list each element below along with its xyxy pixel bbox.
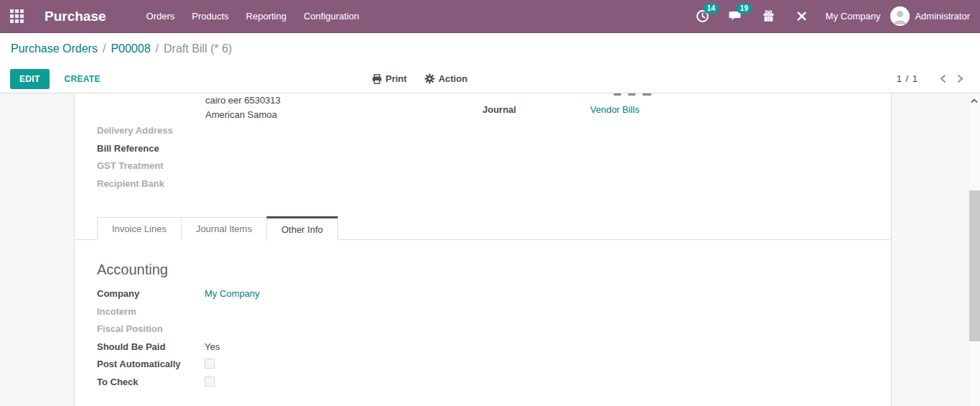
user-name: Administrator [915,11,970,22]
breadcrumb: Purchase Orders / P00008 / Draft Bill (*… [0,33,980,65]
gift-button[interactable] [760,8,778,25]
field-label-incoterm: Incoterm [97,306,205,318]
field-value-should-be-paid: Yes [205,341,220,354]
field-row: GST Treatment [97,160,205,172]
vertical-scrollbar[interactable] [968,93,980,406]
field-row: Incoterm [97,306,205,318]
menu-configuration[interactable]: Configuration [295,6,368,27]
field-value-company[interactable]: My Company [205,288,260,300]
field-row: Bill Reference [97,143,205,155]
pager-previous-button[interactable] [934,70,951,88]
field-label-post-automatically: Post Automatically [97,359,205,371]
field-row: Company My Company [97,288,260,300]
user-menu[interactable]: Administrator [890,6,970,26]
action-label: Action [439,73,467,84]
menu-orders[interactable]: Orders [138,6,184,27]
control-panel: EDIT CREATE Print [0,65,980,93]
field-row: To Check [97,377,215,389]
breadcrumb-separator: / [103,42,106,55]
apps-menu-button[interactable] [0,0,33,33]
tab-invoice-lines[interactable]: Invoice Lines [97,217,182,240]
field-row: Post Automatically [97,359,215,371]
tools-icon [795,9,808,23]
gear-icon [424,73,435,84]
field-label-should-be-paid: Should Be Paid [97,341,205,354]
notebook-tabs: Invoice Lines Journal Items Other Info [97,216,337,240]
field-row: Should Be Paid Yes [97,341,220,354]
message-count-badge: 19 [737,4,752,14]
field-label-to-check: To Check [97,377,205,389]
topbar-systray: 14 19 [686,6,980,26]
field-label-delivery-address: Delivery Address [97,125,205,137]
tab-journal-items[interactable]: Journal Items [181,217,267,240]
field-label-fiscal-position: Fiscal Position [97,323,205,336]
field-row: Recipient Bank [97,178,205,190]
app-title[interactable]: Purchase [45,9,106,24]
checkbox-to-check[interactable] [205,377,215,387]
field-label-bill-reference: Bill Reference [97,143,205,155]
field-label-journal: Journal [482,104,590,116]
field-value-journal[interactable]: Vendor Bills [590,104,640,116]
company-switcher[interactable]: My Company [826,11,881,22]
record-buttons: EDIT CREATE [10,65,105,93]
breadcrumb-separator: / [156,42,159,55]
field-row: Fiscal Position [97,323,205,336]
developer-tools-button[interactable] [793,8,811,25]
field-row: Journal Vendor Bills [482,104,640,116]
menu-products[interactable]: Products [183,6,237,27]
field-label-company: Company [97,288,205,300]
print-label: Print [386,73,407,84]
pager-next-button[interactable] [951,70,969,88]
address-line-country: American Samoa [205,108,281,122]
accounting-section-title: Accounting [97,262,168,278]
gift-icon [762,9,775,23]
pager: 1 / 1 [897,65,969,93]
odoo-purchase-page: Purchase Orders Products Reporting Confi… [0,0,980,406]
form-sheet: cairo eer 6530313 American Samoa Deliver… [74,93,892,406]
action-menu[interactable]: Action [424,73,467,84]
breadcrumb-p00008[interactable]: P00008 [111,42,150,55]
breadcrumb-current: Draft Bill (* 6) [164,42,232,55]
scroll-up-arrow[interactable] [969,96,980,106]
activity-count-badge: 14 [704,4,719,14]
print-menu[interactable]: Print [372,73,407,84]
user-avatar [890,6,910,26]
activities-button[interactable]: 14 [694,8,711,25]
pager-count: 1 / 1 [897,73,918,84]
edit-button[interactable]: EDIT [10,69,50,89]
messages-button[interactable]: 19 [727,8,745,25]
form-view-container: cairo eer 6530313 American Samoa Deliver… [0,93,980,406]
field-label-recipient-bank: Recipient Bank [97,178,205,190]
field-label-gst-treatment: GST Treatment [97,160,205,172]
field-row: Delivery Address [97,125,205,137]
action-menus: Print [372,65,467,93]
address-line-street: cairo eer 6530313 [205,93,281,108]
clipped-text-fragment [614,93,657,96]
menu-reporting[interactable]: Reporting [238,6,295,27]
breadcrumb-purchase-orders[interactable]: Purchase Orders [11,42,98,55]
scrollbar-thumb[interactable] [969,190,980,341]
top-navbar: Purchase Orders Products Reporting Confi… [0,0,980,33]
main-menu: Orders Products Reporting Configuration [138,6,368,27]
checkbox-post-automatically[interactable] [205,359,215,369]
printer-icon [372,74,382,84]
vendor-address: cairo eer 6530313 American Samoa [205,93,281,122]
apps-grid-icon [10,9,24,23]
tab-other-info[interactable]: Other Info [266,216,338,241]
create-button[interactable]: CREATE [60,73,105,85]
